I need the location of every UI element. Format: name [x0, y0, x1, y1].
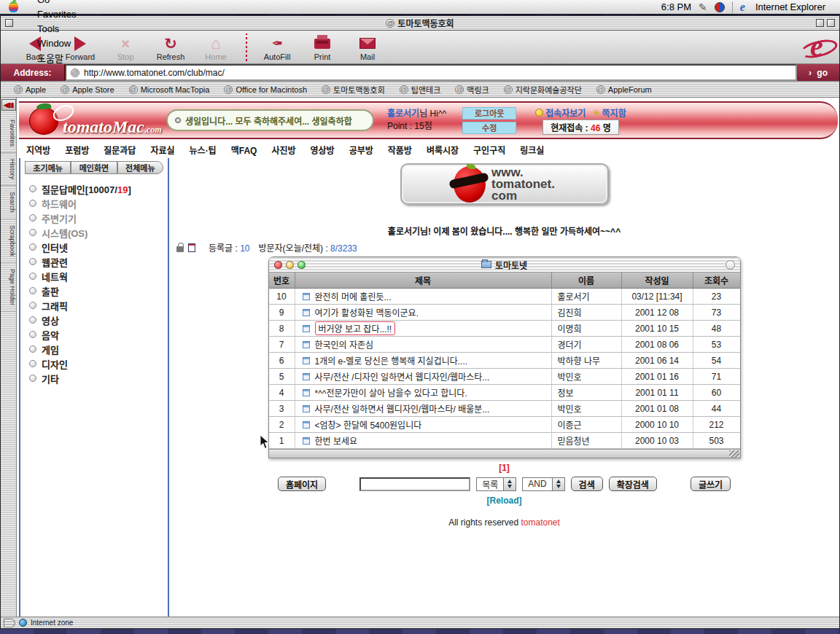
address-url[interactable]: http://www.tomatonet.com/club/mac/ — [84, 68, 225, 78]
category-item[interactable]: 하드웨어 — [29, 196, 168, 211]
autofill-button[interactable]: ✒ AutoFill — [254, 32, 300, 63]
input-method-icon[interactable]: ✎ — [699, 1, 707, 13]
go-button[interactable]: › go — [797, 64, 839, 81]
favorites-bar-item[interactable]: @ Apple — [8, 82, 52, 98]
favorites-bar-item[interactable]: @ 토마토맥동호회 — [316, 82, 391, 98]
visitors-link[interactable]: 접속자보기 — [535, 106, 586, 119]
post-author[interactable]: 김진희 — [552, 305, 622, 320]
category-item[interactable]: 네트웍 — [29, 269, 168, 283]
application-icon[interactable] — [715, 2, 725, 12]
post-author[interactable]: 이명희 — [552, 321, 622, 336]
boolean-select[interactable]: AND — [522, 477, 552, 491]
post-author[interactable]: 홀로서기 — [552, 289, 622, 304]
address-input[interactable]: @ http://www.tomatonet.com/club/mac/ — [65, 64, 797, 81]
pagination-page-1[interactable]: [1] — [171, 463, 838, 473]
menu-tab-button[interactable]: 메인화면 — [71, 161, 117, 174]
search-field-stepper[interactable] — [504, 477, 516, 491]
col-name[interactable]: 이름 — [552, 273, 622, 288]
category-item[interactable]: 웹관련 — [29, 254, 168, 269]
explorer-tab[interactable]: Page Holder — [1, 263, 16, 312]
category-item[interactable]: 기타 — [29, 371, 168, 386]
site-nav-item[interactable]: 자료실 — [143, 144, 182, 156]
write-post-button[interactable]: 글쓰기 — [691, 477, 731, 491]
col-views[interactable]: 조회수 — [693, 273, 740, 288]
category-item[interactable]: 영상 — [29, 313, 168, 327]
explorer-tab[interactable]: History — [1, 153, 16, 186]
mailbox-link[interactable]: ◈ 쪽지함 — [593, 106, 626, 119]
post-title-link[interactable]: *^^전문가만이 살아 남을수 있다고 합니다. — [315, 386, 467, 399]
post-title-link[interactable]: 여기가 활성화된 맥동이군요. — [315, 306, 419, 318]
col-number[interactable]: 번호 — [269, 273, 295, 288]
board-scrollbar[interactable] — [269, 449, 740, 458]
boolean-stepper[interactable] — [553, 477, 565, 491]
post-author[interactable]: 정보 — [552, 385, 622, 400]
post-title-link[interactable]: 완전히 머에 홀린듯... — [315, 290, 392, 302]
lock-icon[interactable] — [176, 246, 184, 252]
application-menu[interactable]: Internet Explorer — [752, 0, 834, 15]
site-nav-item[interactable]: 사진방 — [264, 144, 303, 156]
site-nav-item[interactable]: 구인구직 — [466, 144, 513, 156]
post-title-link[interactable]: 1개의 e-멜로 당신은 행복해 지실겁니다.... — [315, 354, 468, 367]
category-item[interactable]: 디자인 — [29, 356, 168, 371]
explorer-tab[interactable]: Favorites — [1, 114, 16, 153]
collapse-sidebar-button[interactable]: ◀▮▮ — [1, 99, 16, 111]
post-title-link[interactable]: <엄창> 한달에 5400원입니다 — [315, 418, 422, 431]
category-item[interactable]: 출판 — [29, 283, 168, 298]
site-nav-item[interactable]: 뉴스·팁 — [182, 144, 224, 156]
menubar-item[interactable]: Tools — [28, 22, 85, 36]
site-nav-item[interactable]: 지역방 — [19, 144, 58, 156]
menubar-item[interactable]: Favorites — [28, 7, 85, 22]
site-nav-item[interactable]: 벼룩시장 — [419, 144, 466, 156]
favorites-bar-item[interactable]: @ 팁앤테크 — [394, 82, 446, 98]
site-nav-item[interactable]: 포럼방 — [58, 144, 96, 156]
menu-tab-button[interactable]: 초기메뉴 — [25, 161, 71, 174]
print-button[interactable]: Print — [300, 32, 345, 63]
doc-icon[interactable] — [188, 243, 195, 252]
category-item[interactable]: 인터넷 — [29, 240, 168, 254]
category-item[interactable]: 게임 — [29, 342, 168, 356]
explorer-tab[interactable]: Scrapbook — [1, 219, 16, 263]
menubar-clock[interactable]: 6:8 PM — [661, 1, 691, 12]
category-item-main[interactable]: 질문답메인[10007/19] — [29, 181, 168, 196]
category-item[interactable]: 시스템(OS) — [29, 225, 168, 240]
menu-tab-button[interactable]: 전체메뉴 — [117, 161, 163, 174]
category-item[interactable]: 주변기기 — [29, 211, 168, 225]
status-grip[interactable] — [4, 619, 15, 627]
col-title[interactable]: 제목 — [295, 273, 552, 288]
refresh-button[interactable]: ↻ Refresh — [148, 32, 193, 63]
menubar-item[interactable]: Go — [28, 0, 85, 7]
search-input[interactable] — [359, 477, 470, 491]
board-window-titlebar[interactable]: 토마토넷 — [269, 257, 740, 273]
tomatomac-logo[interactable]: tomatoMac.com — [19, 101, 158, 139]
search-field-select[interactable]: 목록 — [476, 477, 504, 491]
menubar-item[interactable]: 도움말 — [28, 51, 85, 66]
favorites-bar-item[interactable]: @ AppleForum — [591, 82, 658, 98]
post-title-link[interactable]: 한번 보세요 — [315, 434, 358, 447]
logout-button[interactable]: 로그아웃 — [462, 107, 516, 120]
post-author[interactable]: 경더기 — [552, 337, 622, 352]
favorites-bar-item[interactable]: @ Apple Store — [55, 82, 120, 98]
post-author[interactable]: 믿음청년 — [552, 433, 622, 448]
post-title-link[interactable]: 한국인의 자존심 — [315, 338, 374, 351]
post-author[interactable]: 박민호 — [552, 401, 622, 416]
favorites-bar-item[interactable]: @ Office for Macintosh — [218, 82, 313, 98]
reload-link[interactable]: [Reload] — [171, 496, 838, 506]
homepage-button[interactable]: 홈페이지 — [278, 477, 326, 491]
edit-profile-button[interactable]: 수정 — [462, 122, 516, 134]
favorites-bar-item[interactable]: @ 지락문화예술공작단 — [498, 82, 588, 98]
site-nav-item[interactable]: 질문과답 — [96, 144, 143, 156]
site-nav-item[interactable]: 링크실 — [513, 144, 551, 156]
post-author[interactable]: 이종근 — [552, 417, 622, 432]
advanced-search-button[interactable]: 확장검색 — [609, 477, 657, 491]
favorites-bar-item[interactable]: @ 맥링크 — [449, 82, 494, 98]
post-title-link[interactable]: 버거양 보고 잡다...!! — [315, 321, 396, 335]
category-item[interactable]: 그래픽 — [29, 298, 168, 313]
post-author[interactable]: 박하향 나무 — [552, 353, 622, 368]
site-nav-item[interactable]: 영상방 — [303, 144, 342, 156]
post-title-link[interactable]: 사무/전산 일하면서 웹디자인/웹마스타/ 배울분... — [315, 402, 490, 415]
apple-menu-icon[interactable] — [9, 1, 18, 12]
col-date[interactable]: 작성일 — [622, 273, 693, 288]
favorites-bar-item[interactable]: @ Microsoft MacTopia — [123, 82, 216, 98]
menubar-item[interactable]: Window — [28, 36, 85, 51]
window-titlebar[interactable]: @ 토마토맥동호회 — [1, 16, 839, 31]
